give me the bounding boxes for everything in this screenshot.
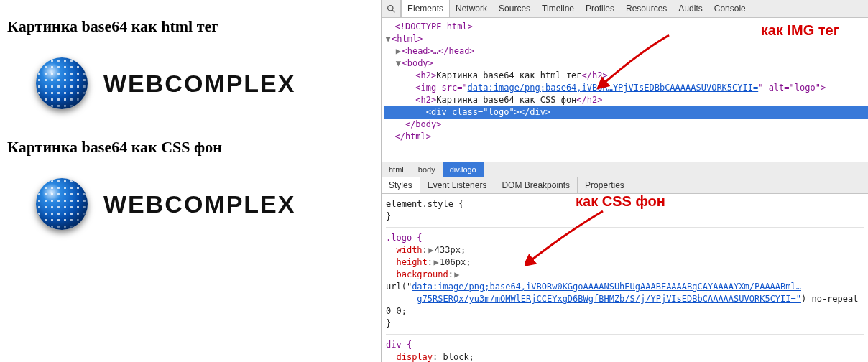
heading-img-tag: Картинка base64 как html тег (7, 17, 374, 36)
sphere-icon (36, 57, 88, 109)
prop-height: height (396, 257, 427, 267)
dom-body-close: </body> (405, 119, 442, 129)
dom-h2-1-text: Картинка base64 как html тег (436, 70, 581, 80)
brand-text-2: WEBCOMPLEX (103, 190, 295, 218)
heading-css-bg: Картинка base64 как CSS фон (7, 138, 374, 157)
example-page: Картинка base64 как html тег WEBCOMPLEX … (0, 0, 381, 362)
dom-html-open: <html> (392, 34, 423, 44)
brand-text-1: WEBCOMPLEX (103, 70, 295, 98)
rule-div-selector: div { (386, 340, 412, 350)
val-display: block; (443, 352, 474, 362)
dom-body-open: <body> (402, 58, 433, 68)
val-bg-url-line2[interactable]: g75RSERQx/yu3m/mOMWlERjCCEYxgD6BWgfBHMZb… (417, 294, 801, 304)
search-icon[interactable] (382, 0, 401, 17)
styles-subtabs: Styles Event Listeners DOM Breakpoints P… (382, 177, 868, 194)
subtab-properties[interactable]: Properties (578, 177, 632, 193)
dom-h2-2-text: Картинка base64 как CSS фон (436, 95, 576, 105)
dom-html-close: </html> (394, 131, 431, 141)
dom-h2-close: </h2> (582, 70, 608, 80)
styles-pane[interactable]: element.style { } .logo { width:▶433px; … (382, 194, 868, 362)
tab-network[interactable]: Network (450, 0, 493, 17)
dom-tree-panel: <!DOCTYPE html> ▼<html> ▶<head>…</head> … (382, 18, 868, 162)
tab-audits[interactable]: Audits (673, 0, 708, 17)
logo-as-css-bg: WEBCOMPLEX (36, 178, 374, 230)
tab-timeline[interactable]: Timeline (536, 0, 580, 17)
prop-display: display (396, 352, 433, 362)
rule-element-style: element.style { (386, 198, 864, 210)
dom-head: <head>…</head> (402, 46, 474, 56)
prop-width: width (396, 245, 422, 255)
dom-img-src[interactable]: data:image/png;base64,iVBOR…YPjVIsEDBbCA… (468, 83, 759, 93)
dom-h2-open: <h2> (415, 95, 436, 105)
dom-selected-row[interactable]: <div class="logo"></div> (384, 106, 868, 119)
tab-resources[interactable]: Resources (620, 0, 673, 17)
tab-sources[interactable]: Sources (493, 0, 536, 17)
tab-console[interactable]: Console (708, 0, 752, 17)
svg-point-0 (387, 5, 392, 10)
tab-profiles[interactable]: Profiles (580, 0, 620, 17)
tab-elements[interactable]: Elements (401, 0, 450, 17)
prop-background: background (396, 269, 448, 279)
dom-img-close: " alt="logo"> (758, 83, 826, 93)
subtab-event-listeners[interactable]: Event Listeners (420, 177, 495, 193)
breadcrumb: html body div.logo (382, 162, 868, 177)
logo-as-img: WEBCOMPLEX (36, 57, 374, 109)
rule-logo-selector: .logo { (386, 233, 423, 243)
subtab-dom-breakpoints[interactable]: DOM Breakpoints (494, 177, 578, 193)
devtools-toolbar: Elements Network Sources Timeline Profil… (382, 0, 868, 18)
val-width: 433px; (435, 245, 466, 255)
crumb-div-logo[interactable]: div.logo (443, 162, 484, 177)
val-height: 106px; (440, 257, 471, 267)
dom-img-open: <img src=" (415, 83, 467, 93)
crumb-body[interactable]: body (411, 162, 443, 177)
devtools-panel: Elements Network Sources Timeline Profil… (381, 0, 868, 362)
val-bg-prefix: url(" (386, 282, 412, 292)
crumb-html[interactable]: html (382, 162, 411, 177)
dom-doctype: <!DOCTYPE html> (394, 22, 472, 32)
val-bg-url-line1[interactable]: data:image/png;base64,iVBORw0KGgoAAAANSU… (412, 282, 801, 292)
dom-h2-open: <h2> (415, 70, 436, 80)
dom-h2-close: </h2> (576, 95, 602, 105)
subtab-styles[interactable]: Styles (382, 177, 420, 193)
sphere-icon (36, 178, 88, 230)
svg-line-1 (392, 10, 394, 12)
dom-tree[interactable]: <!DOCTYPE html> ▼<html> ▶<head>…</head> … (382, 18, 868, 146)
devtools-tabs: Elements Network Sources Timeline Profil… (401, 0, 752, 17)
